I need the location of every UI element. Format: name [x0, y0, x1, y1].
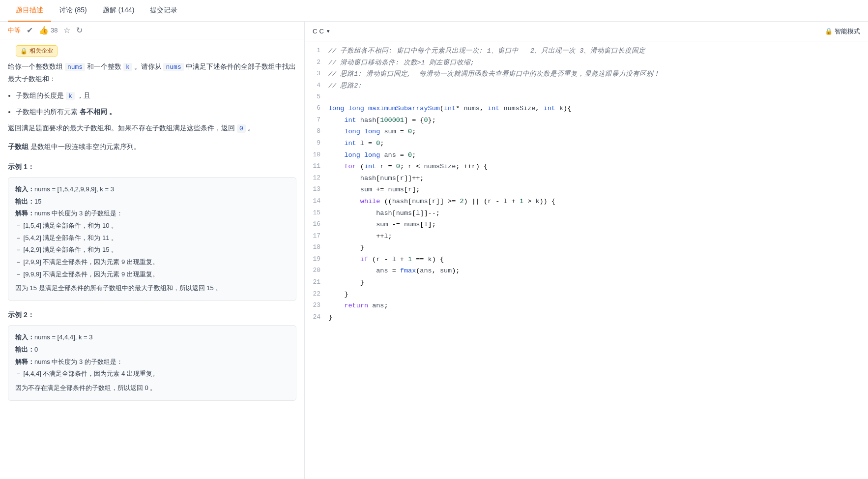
code-line-23: 23 return ans;: [305, 300, 868, 312]
line-num-23: 23: [305, 300, 328, 311]
code-line-22: 22 }: [305, 289, 868, 300]
line-num-16: 16: [305, 219, 328, 230]
example-2-item-1: － [4,4,4] 不满足全部条件，因为元素 4 出现重复。: [15, 368, 289, 380]
tab-discuss[interactable]: 讨论 (85): [51, 0, 95, 22]
line-num-8: 8: [305, 126, 328, 137]
line-content-24: }: [328, 312, 868, 323]
difficulty-badge: 中等: [8, 26, 21, 35]
line-content-2: // 滑动窗口移动条件: 次数>1 则左窗口收缩;: [328, 58, 868, 68]
code-line-24: 24 }: [305, 312, 868, 324]
line-content-12: hash[nums[r]]++;: [328, 173, 868, 184]
code-line-13: 13 sum += nums[r];: [305, 184, 868, 196]
thumbs-up-icon[interactable]: 👍: [39, 26, 49, 35]
company-tag[interactable]: 🔒 相关企业: [16, 45, 58, 57]
language-label: C: [313, 28, 317, 35]
example-1-box: 输入：nums = [1,5,4,2,9,9,9], k = 3 输出：15 解…: [8, 177, 296, 301]
code-line-2: 2 // 滑动窗口移动条件: 次数>1 则左窗口收缩;: [305, 57, 868, 69]
code-line-6: 6 long long maximumSubarraySum(int* nums…: [305, 103, 868, 115]
like-count: 38: [51, 27, 58, 34]
code-line-20: 20 ans = fmax(ans, sum);: [305, 265, 868, 277]
left-panel: 中等 ✔ 👍 38 ☆ ↻ 🔒 相关企业 给你一个整数数组 nums 和一个整数…: [0, 22, 305, 479]
smart-mode-label: 智能模式: [835, 27, 860, 36]
line-num-2: 2: [305, 58, 328, 68]
example-1-section: 示例 1： 输入：nums = [1,5,4,2,9,9,9], k = 3 输…: [8, 161, 296, 301]
line-num-17: 17: [305, 231, 328, 241]
line-content-9: int l = 0;: [328, 138, 868, 149]
inline-code-nums: nums: [65, 63, 85, 71]
example-2-input: 输入：nums = [4,4,4], k = 3: [15, 331, 289, 344]
chevron-down-icon: ▼: [326, 29, 331, 34]
lang-c-label: C: [319, 28, 323, 35]
language-selector[interactable]: C C ▼: [313, 28, 331, 35]
code-line-10: 10 long long ans = 0;: [305, 150, 868, 161]
line-num-3: 3: [305, 69, 328, 79]
line-content-16: sum -= nums[l];: [328, 219, 868, 230]
line-content-3: // 思路1: 滑动窗口固定, 每滑动一次就调用函数去查看窗口中的次数是否重复，…: [328, 69, 868, 80]
line-content-13: sum += nums[r];: [328, 184, 868, 195]
example-1-item-4: － [2,9,9] 不满足全部条件，因为元素 9 出现重复。: [15, 256, 289, 269]
main-container: 中等 ✔ 👍 38 ☆ ↻ 🔒 相关企业 给你一个整数数组 nums 和一个整数…: [0, 22, 868, 479]
line-content-8: long long sum = 0;: [328, 126, 868, 137]
code-line-18: 18 }: [305, 242, 868, 254]
like-section: 👍 38: [39, 26, 58, 35]
tab-solution[interactable]: 题解 (144): [95, 0, 143, 22]
line-content-21: }: [328, 277, 868, 288]
code-line-19: 19 if (r - l + 1 == k) {: [305, 254, 868, 266]
example-1-item-2: － [5,4,2] 满足全部条件，和为 11 。: [15, 232, 289, 244]
line-num-20: 20: [305, 266, 328, 276]
smart-mode-toggle[interactable]: 🔒 智能模式: [825, 27, 860, 36]
code-line-21: 21 }: [305, 277, 868, 289]
check-icon[interactable]: ✔: [27, 26, 33, 35]
example-2-conclusion: 因为不存在满足全部条件的子数组，所以返回 0 。: [15, 382, 289, 394]
conditions-list: 子数组的长度是 k ，且 子数组中的所有元素 各不相同 。: [16, 90, 296, 119]
code-line-16: 16 sum -= nums[l];: [305, 219, 868, 231]
line-num-22: 22: [305, 289, 328, 299]
condition-2: 子数组中的所有元素 各不相同 。: [16, 106, 296, 118]
line-content-15: hash[nums[l]]--;: [328, 208, 868, 219]
line-content-7: int hash[100001] = {0};: [328, 115, 868, 126]
lock-icon-editor: 🔒: [825, 28, 833, 35]
tab-description[interactable]: 题目描述: [8, 0, 51, 22]
line-content-22: }: [328, 289, 868, 300]
example-2-explanation-header: 解释：nums 中长度为 3 的子数组是：: [15, 356, 289, 368]
code-line-11: 11 for (int r = 0; r < numsSize; ++r) {: [305, 161, 868, 173]
tab-submissions[interactable]: 提交记录: [142, 0, 185, 22]
line-content-19: if (r - l + 1 == k) {: [328, 254, 868, 265]
code-line-14: 14 while ((hash[nums[r]] >= 2) || (r - l…: [305, 196, 868, 208]
line-num-7: 7: [305, 115, 328, 125]
code-line-7: 7 int hash[100001] = {0};: [305, 115, 868, 126]
example-1-conclusion: 因为 15 是满足全部条件的所有子数组中的最大子数组和，所以返回 15 。: [15, 282, 289, 295]
refresh-icon[interactable]: ↻: [76, 26, 83, 35]
example-1-input: 输入：nums = [1,5,4,2,9,9,9], k = 3: [15, 183, 289, 196]
example-2-title: 示例 2：: [8, 309, 296, 321]
example-1-item-5: － [9,9,9] 不满足全部条件，因为元素 9 出现重复。: [15, 269, 289, 281]
bold-unique: 各不相同 。: [80, 108, 116, 116]
subarray-definition: 子数组 是数组中一段连续非空的元素序列。: [8, 141, 296, 153]
inline-code-k2: k: [66, 92, 75, 100]
inline-code-k: k: [123, 63, 132, 71]
problem-content: 给你一个整数数组 nums 和一个整数 k 。请你从 nums 中满足下述条件的…: [0, 60, 304, 479]
code-line-17: 17 ++l;: [305, 231, 868, 242]
line-content-18: }: [328, 242, 868, 253]
code-line-4: 4 // 思路2:: [305, 80, 868, 92]
company-tag-label: 相关企业: [29, 47, 53, 55]
code-editor[interactable]: 1 // 子数组各不相同: 窗口中每个元素只出现一次: 1、窗口中 2、只出现一…: [305, 41, 868, 479]
inline-code-zero: 0: [237, 124, 246, 133]
line-num-11: 11: [305, 161, 328, 172]
example-2-box: 输入：nums = [4,4,4], k = 3 输出：0 解释：nums 中长…: [8, 325, 296, 400]
editor-toolbar: C C ▼ 🔒 智能模式: [305, 22, 868, 41]
line-content-1: // 子数组各不相同: 窗口中每个元素只出现一次: 1、窗口中 2、只出现一次 …: [328, 46, 868, 57]
code-line-15: 15 hash[nums[l]]--;: [305, 208, 868, 219]
return-desc: 返回满足题面要求的最大子数组和。如果不存在子数组满足这些条件，返回 0 。: [8, 122, 296, 134]
code-line-9: 9 int l = 0;: [305, 138, 868, 150]
line-num-9: 9: [305, 138, 328, 149]
line-num-21: 21: [305, 277, 328, 288]
star-icon[interactable]: ☆: [63, 26, 70, 35]
condition-1: 子数组的长度是 k ，且: [16, 90, 296, 102]
line-num-6: 6: [305, 103, 328, 114]
code-line-8: 8 long long sum = 0;: [305, 126, 868, 138]
right-panel: C C ▼ 🔒 智能模式 1 // 子数组各不相同: 窗口中每个元素只出现一次:…: [305, 22, 868, 479]
code-line-5: 5: [305, 91, 868, 103]
example-1-output: 输出：15: [15, 196, 289, 208]
company-tag-container: 🔒 相关企业: [0, 39, 304, 60]
